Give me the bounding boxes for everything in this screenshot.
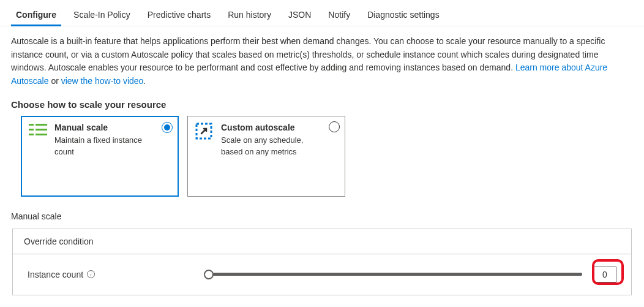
autoscale-description: Autoscale is a built-in feature that hel… [0, 26, 644, 93]
manual-scale-icon [29, 123, 47, 141]
manual-scale-card[interactable]: Manual scale Maintain a fixed instance c… [21, 116, 179, 197]
slider-track [205, 273, 582, 276]
svg-rect-1 [36, 124, 47, 126]
tab-scale-in-policy[interactable]: Scale-In Policy [65, 5, 139, 26]
tab-notify[interactable]: Notify [320, 5, 359, 26]
override-condition-header: Override condition [13, 229, 631, 254]
override-condition-body: Instance count i 0 [13, 254, 631, 295]
custom-autoscale-radio[interactable] [329, 121, 340, 132]
instance-count-label-text: Instance count [28, 270, 83, 279]
instance-count-slider-wrap: 0 [205, 267, 616, 282]
manual-scale-desc: Maintain a fixed instance count [54, 135, 157, 158]
description-end: . [143, 76, 146, 86]
howto-video-link[interactable]: view the how-to video [61, 76, 144, 86]
choose-scale-title: Choose how to scale your resource [0, 93, 644, 116]
tabs-bar: Configure Scale-In Policy Predictive cha… [0, 0, 644, 26]
instance-count-slider[interactable] [205, 270, 582, 279]
svg-rect-3 [36, 129, 47, 131]
override-condition-box: Override condition Instance count i 0 [12, 229, 632, 295]
tab-run-history[interactable]: Run history [219, 5, 280, 26]
svg-rect-5 [36, 134, 47, 135]
instance-count-value[interactable]: 0 [593, 267, 616, 282]
custom-autoscale-card[interactable]: Custom autoscale Scale on any schedule, … [187, 116, 345, 197]
manual-scale-section-label: Manual scale [0, 200, 644, 225]
info-icon[interactable]: i [87, 270, 95, 278]
svg-rect-4 [29, 134, 34, 135]
custom-autoscale-desc: Scale on any schedule, based on any metr… [221, 135, 324, 158]
tab-json[interactable]: JSON [280, 5, 320, 26]
manual-scale-title: Manual scale [54, 123, 157, 132]
svg-rect-0 [29, 124, 34, 126]
scale-choice-row: Manual scale Maintain a fixed instance c… [0, 116, 644, 200]
manual-scale-radio[interactable] [162, 122, 173, 133]
slider-thumb[interactable] [204, 270, 214, 279]
svg-rect-2 [29, 129, 34, 131]
description-mid: or [51, 76, 61, 86]
custom-autoscale-icon [195, 123, 214, 141]
tab-configure[interactable]: Configure [7, 5, 65, 26]
tab-diagnostic-settings[interactable]: Diagnostic settings [359, 5, 448, 26]
instance-count-label: Instance count i [28, 270, 205, 279]
tab-predictive-charts[interactable]: Predictive charts [139, 5, 219, 26]
custom-autoscale-title: Custom autoscale [221, 123, 324, 132]
